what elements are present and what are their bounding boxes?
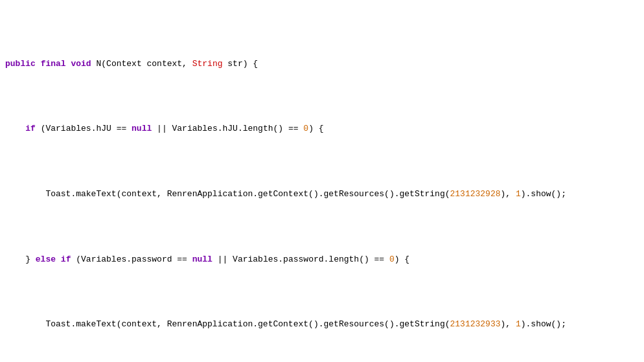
code-container: public final void N(Context context, Str… <box>0 0 644 362</box>
code-line-5: Toast.makeText(context, RenrenApplicatio… <box>0 318 644 331</box>
code-line-4: } else if (Variables.password == null ||… <box>0 253 644 266</box>
code-line-3: Toast.makeText(context, RenrenApplicatio… <box>0 188 644 201</box>
code-line-1: public final void N(Context context, Str… <box>0 58 644 71</box>
code-line-2: if (Variables.hJU == null || Variables.h… <box>0 122 644 135</box>
